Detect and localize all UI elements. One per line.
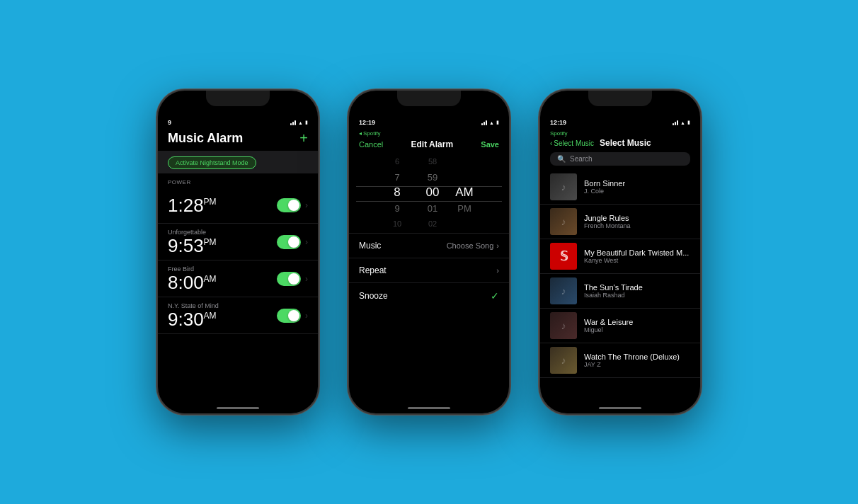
ampm-2: AM (204, 274, 217, 284)
music-item-1[interactable]: ♪ Jungle Rules French Montana (540, 205, 700, 239)
music-label: Music (359, 241, 381, 251)
chevron-3: › (305, 311, 308, 321)
repeat-row[interactable]: Repeat › (349, 258, 509, 282)
phone-3: 12:19 ▲ ▮ Spotify ‹ Select Mus (539, 89, 702, 415)
alarm-time-0: 1:28PM (168, 196, 277, 214)
music-row[interactable]: Music Choose Song › (349, 233, 509, 258)
music-info-5: Watch The Throne (Deluxe) JAY Z (584, 353, 690, 368)
status-time-1: 9 (168, 119, 171, 126)
music-artist-4: Miguel (584, 326, 690, 333)
notch-3 (588, 91, 652, 106)
music-title-1: Jungle Rules (584, 214, 690, 222)
album-art-1: ♪ (550, 208, 577, 235)
music-info-4: War & Leisure Miguel (584, 318, 690, 333)
hour-7: 7 (379, 169, 415, 185)
art-inner-2: 𝕊 (550, 243, 577, 270)
choose-song-text: Choose Song (447, 241, 494, 250)
signal-icon-3 (673, 120, 678, 125)
music-item-4[interactable]: ♪ War & Leisure Miguel (540, 309, 700, 343)
alarm-info-0: 1:28PM (168, 196, 277, 214)
ampm-3: AM (204, 311, 217, 321)
section-label: POWER (158, 175, 318, 187)
art-inner-1: ♪ (550, 208, 577, 235)
notch-2 (397, 91, 461, 106)
album-art-5: ♪ (550, 347, 577, 374)
phone1-title: Music Alarm (168, 131, 243, 146)
music-info-0: Born Sinner J. Cole (584, 179, 690, 195)
status-icons-2: ▲ ▮ (481, 120, 499, 125)
chevron-1: › (305, 237, 308, 247)
alarm-toggle-0[interactable] (277, 198, 301, 212)
music-artist-2: Kanye West (584, 257, 690, 264)
repeat-chevron: › (496, 266, 499, 275)
phones-container: 9 ▲ ▮ Music Alarm + Activate Nightstand … (0, 0, 858, 504)
alarm-time-1: 9:53PM (168, 236, 277, 255)
back-label: Select Music (554, 139, 594, 147)
time-picker[interactable]: 6 7 8 9 10 58 59 00 01 02 (349, 155, 509, 233)
period-space (450, 154, 479, 169)
snooze-check: ✓ (491, 290, 499, 302)
hour-9: 9 (379, 200, 415, 216)
minute-column: 58 59 00 01 02 (415, 154, 450, 231)
nightstand-button[interactable]: Activate Nightstand Mode (168, 156, 256, 169)
music-item-2[interactable]: 𝕊 My Beautiful Dark Twisted M... Kanye W… (540, 239, 700, 274)
music-info-1: Jungle Rules French Montana (584, 214, 690, 229)
art-inner-5: ♪ (550, 347, 577, 374)
music-title-5: Watch The Throne (Deluxe) (584, 353, 690, 361)
alarm-toggle-3[interactable] (277, 309, 301, 323)
alarm-item-3[interactable]: N.Y. State of Mind 9:30AM › (158, 297, 318, 334)
nightstand-section: Activate Nightstand Mode (158, 151, 318, 173)
back-chevron-icon: ‹ (550, 139, 552, 147)
ampm-column: AM PM (450, 154, 479, 231)
alarm-info-2: Free Bird 8:00AM (168, 265, 277, 292)
hour-column: 6 7 8 9 10 (379, 154, 415, 231)
wifi-icon-1: ▲ (298, 120, 303, 125)
min-00-selected: 00 (415, 185, 450, 200)
cancel-button[interactable]: Cancel (359, 140, 383, 149)
art-inner-0: ♪ (550, 173, 577, 200)
back-button[interactable]: ‹ Select Music (550, 139, 594, 147)
search-bar[interactable]: 🔍 Search (550, 152, 690, 166)
music-artist-1: French Montana (584, 222, 690, 229)
ampm-1: PM (204, 237, 217, 247)
chevron-0: › (305, 200, 308, 210)
alarm-controls-3: › (277, 309, 308, 323)
art-inner-3: ♪ (550, 277, 577, 304)
hour-6: 6 (379, 154, 415, 169)
alarm-toggle-2[interactable] (277, 272, 301, 286)
alarm-toggle-1[interactable] (277, 235, 301, 249)
phone2-content: 12:19 ▲ ▮ ◂ Spotify Cancel Edit Ala (349, 91, 509, 413)
battery-icon-2: ▮ (496, 120, 499, 125)
album-art-3: ♪ (550, 277, 577, 304)
music-item-5[interactable]: ♪ Watch The Throne (Deluxe) JAY Z (540, 343, 700, 378)
music-item-3[interactable]: ♪ The Sun's Tirade Isaiah Rashad (540, 274, 700, 309)
p2-carrier: Spotify (363, 130, 380, 137)
music-info-3: The Sun's Tirade Isaiah Rashad (584, 283, 690, 299)
add-alarm-button[interactable]: + (299, 130, 308, 147)
music-title-0: Born Sinner (584, 179, 690, 188)
phone1-content: 9 ▲ ▮ Music Alarm + Activate Nightstand … (158, 91, 318, 413)
phone-2-screen: 12:19 ▲ ▮ ◂ Spotify Cancel Edit Ala (349, 91, 509, 413)
ampm-0: PM (204, 197, 217, 207)
phone-1-screen: 9 ▲ ▮ Music Alarm + Activate Nightstand … (158, 91, 318, 413)
repeat-label: Repeat (359, 265, 387, 275)
search-placeholder: Search (570, 155, 593, 163)
search-icon: 🔍 (557, 155, 566, 163)
p3-carrier: Spotify (550, 130, 567, 137)
music-chevron: › (496, 241, 499, 250)
pm-option: PM (450, 200, 479, 216)
status-bar-2: 12:19 ▲ ▮ (349, 110, 509, 130)
alarm-controls-2: › (277, 272, 308, 286)
music-info-2: My Beautiful Dark Twisted M... Kanye Wes… (584, 248, 690, 264)
album-art-4: ♪ (550, 312, 577, 339)
music-artist-3: Isaiah Rashad (584, 292, 690, 299)
alarm-item-0[interactable]: 1:28PM › (158, 187, 318, 224)
alarm-item-1[interactable]: Unforgettable 9:53PM › (158, 224, 318, 260)
hour-8-selected: 8 (379, 185, 415, 200)
music-artist-5: JAY Z (584, 361, 690, 368)
p2-sub-status: ◂ Spotify (349, 130, 509, 139)
music-item-0[interactable]: ♪ Born Sinner J. Cole (540, 170, 700, 205)
save-button[interactable]: Save (481, 140, 499, 149)
snooze-row[interactable]: Snooze ✓ (349, 282, 509, 309)
alarm-item-2[interactable]: Free Bird 8:00AM › (158, 260, 318, 297)
